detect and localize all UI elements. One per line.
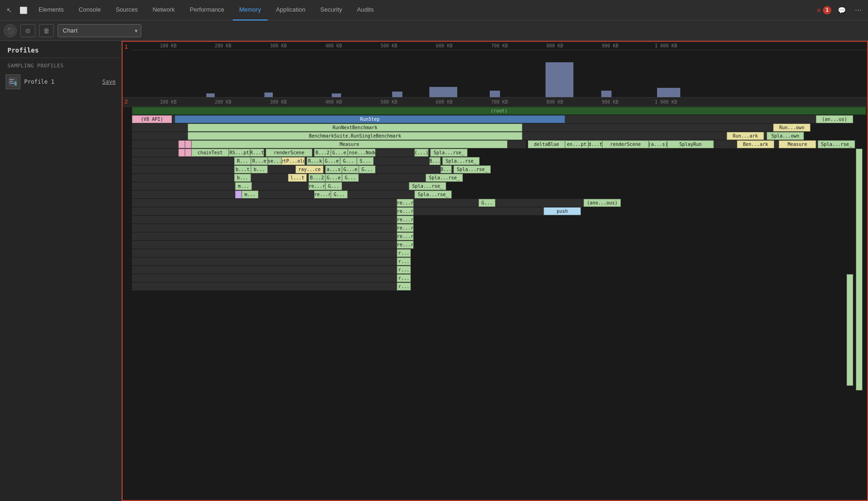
flame-cell-splarse2[interactable]: Spla...rse_ xyxy=(430,149,467,157)
flame-cell-b3[interactable]: B... xyxy=(441,165,452,173)
flame-cell-se1[interactable]: se... xyxy=(268,157,282,165)
flame-cell-r1[interactable]: R... xyxy=(234,157,251,165)
flame-cell-measure2[interactable]: Measure xyxy=(779,140,816,148)
tab-audits[interactable]: Audits xyxy=(350,0,380,20)
flame-cell-pink3[interactable] xyxy=(178,149,185,157)
record-button[interactable]: ⚫ xyxy=(4,24,17,37)
flame-cell-b2a[interactable]: b... xyxy=(251,165,268,173)
flame-cell-runown[interactable]: Run...own xyxy=(773,124,810,132)
tab-security[interactable]: Security xyxy=(314,0,349,20)
flame-cell-getpcolor[interactable]: getP...olor xyxy=(282,157,305,165)
flame-cell-m2[interactable]: m... xyxy=(242,191,258,198)
flame-cell-root[interactable]: (root) xyxy=(132,107,866,115)
flame-cell-rk[interactable]: R...k xyxy=(307,157,323,165)
flame-cell-g4[interactable]: G... xyxy=(325,182,342,190)
flame-cell-ge4[interactable]: G...e xyxy=(325,174,342,182)
svg-rect-5 xyxy=(15,81,16,86)
flame-cell-g5[interactable]: G... xyxy=(331,191,348,198)
flame-cell-ge3[interactable]: G...e xyxy=(342,165,359,173)
profile-save-link[interactable]: Save xyxy=(102,79,116,85)
flame-cell-aneous[interactable]: (ano...ous) xyxy=(584,199,621,207)
flame-cell-splarse5[interactable]: Spla...rse_ xyxy=(426,174,463,182)
flame-cell-splarse3[interactable]: Spla...rse_ xyxy=(442,157,480,165)
flame-cell-benark[interactable]: Ben...ark xyxy=(737,140,774,148)
flame-cell-rayce[interactable]: ray...ce xyxy=(296,165,323,173)
flame-cell-rer4[interactable]: re...r xyxy=(397,207,414,215)
flame-cell-pink2[interactable] xyxy=(185,140,191,148)
flame-cell-rer7[interactable]: re...r xyxy=(397,232,414,240)
flame-cell-g6[interactable]: G... xyxy=(479,199,495,207)
flame-cell-b2[interactable]: B...2 xyxy=(314,149,331,157)
flame-cell-r2[interactable]: r... xyxy=(397,249,411,257)
flame-cell-splarse4[interactable]: Spla...rse_ xyxy=(454,165,491,173)
flame-cell-rer5[interactable]: re...r xyxy=(397,216,414,224)
tab-memory[interactable]: Memory xyxy=(233,0,268,20)
flame-cell-splayrun[interactable]: SplayRun xyxy=(667,140,714,148)
flame-cell-anous[interactable]: (an...us) xyxy=(816,115,853,123)
flame-cell-r4[interactable]: r... xyxy=(397,266,411,274)
cursor-icon[interactable]: ↖ xyxy=(4,5,15,16)
stop-record-button[interactable]: ⊘ xyxy=(20,24,35,37)
flame-cell-r3[interactable]: r... xyxy=(397,257,411,265)
flame-cell-measure[interactable]: Measure xyxy=(191,140,507,148)
flame-cell-splarse7[interactable]: Spla...rse_ xyxy=(414,191,452,198)
flame-cell-dots1[interactable]: (...) xyxy=(414,149,428,157)
error-count[interactable]: 1 xyxy=(823,6,831,14)
flame-cell-m1[interactable]: m... xyxy=(235,182,252,190)
flame-cell-g2[interactable]: G... xyxy=(359,165,375,173)
flame-cell-b2b[interactable]: B...2 xyxy=(309,174,325,182)
flame-cell-rspt[interactable]: RS...pt xyxy=(229,149,250,157)
flame-cell-rer6[interactable]: re...r xyxy=(397,224,414,232)
flame-cell-splarse6[interactable]: Spla...rse_ xyxy=(409,182,446,190)
flame-cell-pink1[interactable] xyxy=(178,140,185,148)
flame-cell-d[interactable]: d...t xyxy=(588,140,602,148)
flame-cell-purple1[interactable] xyxy=(235,191,242,198)
flame-cell-as1[interactable]: (a...s) xyxy=(649,140,667,148)
flame-cell-runark[interactable]: Run...ark xyxy=(727,132,764,140)
flame-cell-rt[interactable]: R...t xyxy=(250,149,264,157)
flame-cell-rer1[interactable]: re...r xyxy=(309,182,325,190)
device-icon[interactable]: ⬜ xyxy=(17,5,30,16)
flame-cell-splarse1[interactable]: Spla...rse_ xyxy=(818,140,855,148)
flame-cell-ge2[interactable]: G...e xyxy=(323,157,340,165)
tab-network[interactable]: Network xyxy=(146,0,182,20)
flame-cell-runstep[interactable]: RunStep xyxy=(175,115,565,123)
flame-cell-deltaBlue-left[interactable]: deltaBlue xyxy=(528,140,565,148)
feedback-icon[interactable]: 💬 xyxy=(835,5,848,16)
clear-button[interactable]: 🗑 xyxy=(39,24,54,37)
tab-application[interactable]: Application xyxy=(270,0,312,20)
flame-cell-as2[interactable]: (a...s) xyxy=(325,165,342,173)
flame-cell-r6[interactable]: r... xyxy=(397,283,411,290)
flame-cell-enpt[interactable]: en...pt xyxy=(565,140,588,148)
flame-cell-pink4[interactable] xyxy=(185,149,191,157)
flame-cell-insenode[interactable]: Inse...Node xyxy=(348,149,375,157)
flame-cell-bt1[interactable]: b...t xyxy=(234,165,251,173)
flame-cell-b4[interactable]: b... xyxy=(234,174,251,182)
flame-cell-runnext[interactable]: RunNextBenchmark xyxy=(188,124,522,132)
flame-cell-r5[interactable]: r... xyxy=(397,274,411,282)
flame-cell-re1[interactable]: R...e xyxy=(251,157,268,165)
flame-cell-rer3[interactable]: re...r xyxy=(397,199,414,207)
tab-sources[interactable]: Sources xyxy=(109,0,145,20)
flame-cell-renderscene1[interactable]: renderScene xyxy=(602,140,649,148)
tab-elements[interactable]: Elements xyxy=(32,0,70,20)
flame-cell-rer2[interactable]: re...r xyxy=(314,191,331,198)
chart-select[interactable]: Chart Heavy (Bottom Up) Tree (Top Down) … xyxy=(58,24,141,37)
flame-cell-b1[interactable]: B... xyxy=(429,157,441,165)
tab-console[interactable]: Console xyxy=(72,0,107,20)
flame-cell-chaintest[interactable]: chainTest xyxy=(191,149,229,157)
flame-cell-push[interactable]: push xyxy=(544,207,581,215)
flame-cell-splaown[interactable]: Spla...own xyxy=(767,132,804,140)
more-icon[interactable]: ⋯ xyxy=(852,5,864,16)
tab-performance[interactable]: Performance xyxy=(183,0,230,20)
flame-cell-s1[interactable]: S... xyxy=(357,157,374,165)
flame-cell-lt[interactable]: l...t xyxy=(288,174,307,182)
flame-cell-renderscene2[interactable]: renderScene xyxy=(266,149,312,157)
flame-cell-benchsuite[interactable]: BenchmarkSuite.RunSingleBenchmark xyxy=(188,132,522,140)
flame-cell-g3[interactable]: G... xyxy=(342,174,359,182)
flame-cell-v8api[interactable]: (V8 API) xyxy=(132,115,172,123)
flame-cell-rer8[interactable]: re...r xyxy=(397,241,414,249)
flame-cell-g1[interactable]: G... xyxy=(340,157,357,165)
profile-1-item[interactable]: Profile 1 Save xyxy=(0,72,121,92)
flame-cell-ge1[interactable]: G...e xyxy=(331,149,348,157)
